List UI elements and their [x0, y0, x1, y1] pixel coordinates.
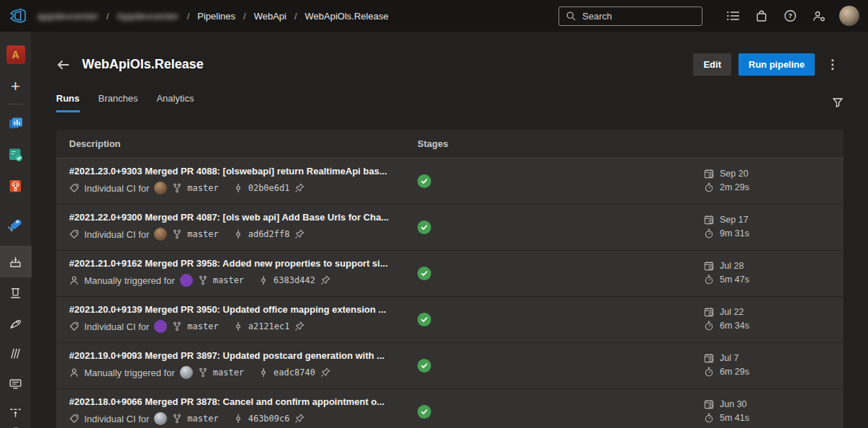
add-icon[interactable]: +: [0, 71, 32, 102]
pipeline-run-row[interactable]: #2021.22.0+9300 Merged PR 4087: [ols web…: [56, 205, 844, 251]
left-navigation-rail: A +: [0, 32, 32, 428]
azure-devops-pipeline-runs-page: appdevcenter / Appdevcenter / Pipelines …: [0, 0, 868, 428]
boards-icon[interactable]: [0, 139, 32, 171]
breadcrumb-label: WebApiOls.Release: [305, 11, 389, 22]
requester-avatar: [154, 182, 167, 195]
user-settings-icon[interactable]: [805, 5, 833, 27]
stage-success-icon[interactable]: [417, 267, 431, 280]
environments-icon[interactable]: [0, 277, 32, 308]
deployment-groups-icon[interactable]: [0, 398, 32, 426]
breadcrumb-item[interactable]: appdevcenter /: [37, 11, 117, 22]
column-header-stages: Stages: [417, 138, 704, 149]
run-title: #2021.19.0+9093 Merged PR 3897: Updated …: [69, 350, 417, 361]
branch-icon: [172, 414, 182, 424]
builds-icon[interactable]: [0, 246, 32, 277]
breadcrumb-item[interactable]: WebApi /: [254, 11, 305, 22]
back-arrow-icon[interactable]: [56, 57, 72, 73]
azure-devops-logo-icon[interactable]: [9, 6, 27, 25]
svg-text:?: ?: [788, 12, 792, 19]
tag-icon: [69, 321, 79, 331]
stage-success-icon[interactable]: [417, 220, 431, 234]
tab[interactable]: Branches: [99, 93, 138, 112]
releases-icon[interactable]: [0, 308, 32, 338]
commit-hash[interactable]: 6383d442: [273, 275, 315, 285]
breadcrumb-separator: /: [294, 11, 297, 22]
branch-name[interactable]: master: [187, 183, 218, 193]
branch-name[interactable]: master: [213, 275, 244, 285]
more-actions-icon[interactable]: ⋮: [822, 57, 844, 72]
breadcrumb-item[interactable]: Pipelines /: [197, 11, 253, 22]
tab[interactable]: Analytics: [156, 93, 194, 112]
top-bar: appdevcenter / Appdevcenter / Pipelines …: [0, 0, 868, 32]
pin-icon[interactable]: [294, 321, 304, 331]
tab[interactable]: Runs: [56, 93, 80, 112]
commit-hash[interactable]: 463b09c6: [248, 414, 290, 424]
trigger-text: Manually triggered for: [84, 275, 175, 286]
task-groups-icon[interactable]: [0, 368, 32, 398]
person-icon: [69, 275, 79, 285]
stopwatch-icon: [704, 182, 714, 192]
branch-icon: [198, 367, 208, 378]
commit-icon: [233, 321, 243, 331]
run-duration: 6m 34s: [720, 321, 749, 331]
pipeline-run-row[interactable]: #2021.20.0+9139 Merged PR 3950: Updated …: [56, 297, 844, 343]
search-input[interactable]: Search: [559, 6, 702, 26]
stage-success-icon[interactable]: [417, 405, 431, 419]
commit-hash[interactable]: eadc8740: [273, 367, 315, 378]
stage-success-icon[interactable]: [417, 359, 431, 373]
commit-icon: [258, 367, 268, 378]
breadcrumb-label: Pipelines: [197, 11, 235, 22]
user-avatar[interactable]: [839, 6, 859, 26]
pin-icon[interactable]: [294, 414, 304, 424]
branch-name[interactable]: master: [187, 414, 218, 424]
task-list-icon[interactable]: [718, 5, 747, 27]
project-initial: A: [6, 45, 25, 64]
branch-icon: [172, 229, 182, 239]
breadcrumb-separator: /: [243, 11, 246, 22]
pin-icon[interactable]: [320, 367, 330, 378]
stage-success-icon[interactable]: [417, 174, 431, 188]
library-icon[interactable]: [0, 338, 32, 368]
calendar-icon: [704, 399, 714, 409]
overview-icon[interactable]: [0, 107, 32, 139]
repos-icon[interactable]: [0, 171, 32, 202]
top-bar-actions: Search ?: [559, 5, 859, 27]
edit-button[interactable]: Edit: [693, 53, 731, 76]
pipeline-run-row[interactable]: #2021.23.0+9303 Merged PR 4088: [olsweba…: [56, 159, 844, 205]
marketplace-bag-icon[interactable]: [747, 5, 776, 27]
requester-avatar: [154, 320, 167, 333]
run-title: #2021.22.0+9300 Merged PR 4087: [ols web…: [69, 212, 417, 223]
breadcrumb-label: Appdevcenter: [117, 11, 178, 22]
branch-name[interactable]: master: [213, 367, 244, 378]
breadcrumb-label: appdevcenter: [37, 11, 99, 22]
run-pipeline-button[interactable]: Run pipeline: [738, 53, 815, 76]
commit-hash[interactable]: ad6d2ff8: [248, 229, 290, 239]
help-icon[interactable]: ?: [776, 5, 805, 27]
pipeline-run-row[interactable]: #2021.18.0+9066 Merged PR 3878: Cancel a…: [56, 389, 844, 428]
breadcrumb-label: WebApi: [254, 11, 286, 22]
breadcrumb-item[interactable]: Appdevcenter /: [117, 11, 197, 22]
commit-hash[interactable]: a2121ec1: [248, 321, 290, 331]
run-date: Jul 22: [720, 307, 743, 317]
stage-success-icon[interactable]: [417, 313, 431, 326]
trigger-text: Individual CI for: [84, 229, 149, 240]
run-date: Jul 28: [720, 261, 743, 271]
commit-icon: [233, 414, 243, 424]
calendar-icon: [704, 353, 714, 363]
pin-icon[interactable]: [320, 275, 330, 285]
commit-icon: [258, 275, 268, 285]
pin-icon[interactable]: [294, 229, 304, 239]
branch-name[interactable]: master: [187, 229, 218, 239]
stopwatch-icon: [704, 413, 714, 423]
breadcrumb-item[interactable]: WebApiOls.Release /: [305, 11, 389, 22]
project-avatar[interactable]: A: [0, 39, 32, 71]
pipeline-run-row[interactable]: #2021.21.0+9162 Merged PR 3958: Added ne…: [56, 251, 844, 297]
pipeline-run-row[interactable]: #2021.19.0+9093 Merged PR 3897: Updated …: [56, 343, 844, 389]
column-header-description: Description: [56, 138, 417, 149]
pin-icon[interactable]: [294, 183, 304, 193]
branch-name[interactable]: master: [187, 321, 218, 331]
commit-hash[interactable]: 02b0e6d1: [248, 183, 290, 193]
filter-icon[interactable]: [832, 97, 844, 112]
calendar-icon: [704, 307, 714, 317]
pipelines-icon[interactable]: [0, 208, 32, 240]
